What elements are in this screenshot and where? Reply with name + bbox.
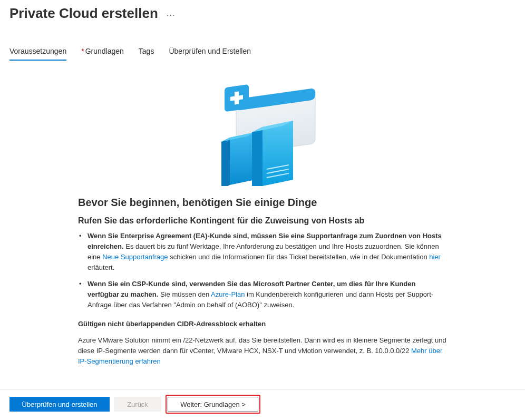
heading-quota: Rufen Sie das erforderliche Kontingent f… <box>78 216 447 226</box>
tab-label: Tags <box>139 47 154 55</box>
tab-label: Grundlagen <box>85 47 124 55</box>
tab-label: Überprüfen und Erstellen <box>169 47 251 55</box>
wizard-tabs: Voraussetzungen *Grundlagen Tags Überprü… <box>0 47 525 61</box>
tab-grundlagen[interactable]: *Grundlagen <box>81 47 124 61</box>
heading-main: Bevor Sie beginnen, benötigen Sie einige… <box>78 197 447 209</box>
more-actions-icon[interactable]: ··· <box>167 7 175 20</box>
bullet-text: Sie müssen den <box>158 290 211 298</box>
bullet-text: schicken und die Informationen für das T… <box>168 253 430 261</box>
tab-label: Voraussetzungen <box>9 47 66 55</box>
link-documentation-here[interactable]: hier <box>429 253 441 261</box>
review-and-create-button[interactable]: Überprüfen und erstellen <box>9 397 110 412</box>
page-header: Private Cloud erstellen ··· <box>0 0 525 22</box>
required-star-icon: * <box>81 47 84 55</box>
next-button-highlight: Weiter: Grundlagen > <box>166 395 260 414</box>
servers-illustration-icon <box>199 75 326 186</box>
svg-marker-8 <box>262 121 293 186</box>
tab-voraussetzungen[interactable]: Voraussetzungen <box>9 47 66 61</box>
illustration-wrap <box>9 75 516 186</box>
page-title: Private Cloud erstellen <box>9 5 158 22</box>
wizard-footer: Überprüfen und erstellen Zurück Weiter: … <box>0 389 525 420</box>
bullet-text: erläutert. <box>88 263 114 271</box>
list-item: Wenn Sie Enterprise Agreement (EA)-Kunde… <box>78 231 447 274</box>
content-region: Bevor Sie beginnen, benötigen Sie einige… <box>0 61 525 367</box>
link-azure-plan[interactable]: Azure-Plan <box>211 290 245 298</box>
next-button[interactable]: Weiter: Grundlagen > <box>168 397 258 412</box>
link-new-support-request[interactable]: Neue Supportanfrage <box>102 253 168 261</box>
list-item: Wenn Sie ein CSP-Kunde sind, verwenden S… <box>78 279 447 310</box>
svg-marker-6 <box>221 138 230 186</box>
tab-review-create[interactable]: Überprüfen und Erstellen <box>169 47 251 61</box>
svg-marker-5 <box>230 132 255 185</box>
para-cidr: Azure VMware Solution nimmt ein /22-Netz… <box>78 335 447 367</box>
svg-marker-9 <box>252 127 262 186</box>
tab-tags[interactable]: Tags <box>139 47 154 61</box>
prereq-list: Wenn Sie Enterprise Agreement (EA)-Kunde… <box>78 231 447 310</box>
para-text: Azure VMware Solution nimmt ein /22-Netz… <box>78 336 446 355</box>
heading-cidr: Gültigen nicht überlappenden CIDR-Adress… <box>78 320 447 328</box>
body-region: Bevor Sie beginnen, benötigen Sie einige… <box>9 197 516 367</box>
back-button: Zurück <box>114 397 161 412</box>
